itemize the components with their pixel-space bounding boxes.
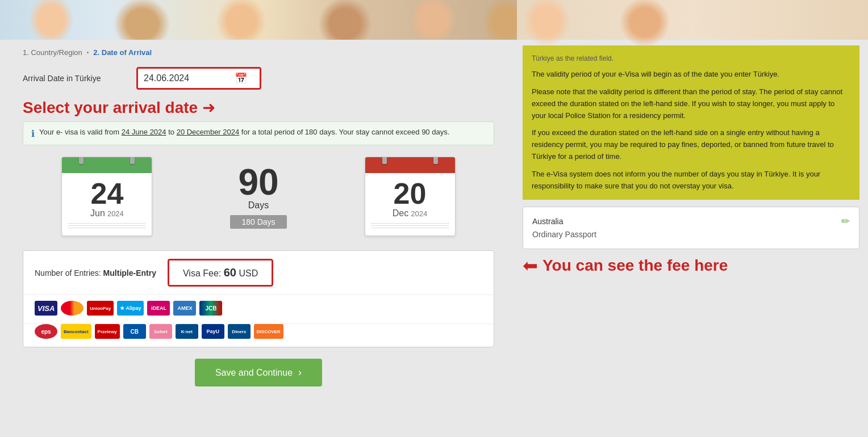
unionpay-icon: UnionPay [87,301,114,316]
end-cal-lines [371,223,449,228]
breadcrumb: 1. Country/Region • 2. Date of Arrival [23,45,494,57]
calendars-row: 24 Jun 2024 90 D [23,157,494,236]
start-date: 24 June 2024 [122,128,166,136]
edit-icon[interactable]: ✏ [841,215,850,228]
payment-icons-row: VISA UnionPay ★ Alipay iDEAL AMEX JCB [23,295,494,323]
left-panel: 1. Country/Region • 2. Date of Arrival A… [0,40,517,398]
knet-icon: K·net [176,324,198,339]
start-year: 2024 [107,209,124,218]
save-continue-button[interactable]: Save and Continue › [195,359,322,386]
cb-icon: CB [123,324,146,339]
pin-right [130,157,135,164]
save-button-chevron: › [298,367,302,379]
entries-value: Multiple-Entry [103,268,156,278]
breadcrumb-dot: • [87,49,89,56]
end-year: 2024 [411,209,427,218]
info-text: Your e- visa is valid from 24 June 2024 … [39,128,449,136]
arrival-label: Arrival Date in Türkiye [23,74,125,83]
payu-icon: PayU [202,324,224,339]
fee-annotation-text: You can see the fee here [542,257,728,275]
validity-para: The validity period of your e-Visa will … [532,69,850,81]
country-section: Australia Ordinary Passport ✏ ⬅ You can … [523,207,859,276]
arrival-section: Arrival Date in Türkiye 📅 Select your ar… [23,67,494,117]
ideal-icon: iDEAL [147,301,170,316]
start-calendar: 24 Jun 2024 [61,157,152,236]
info-icon: ℹ [31,128,35,139]
arrival-date-input[interactable] [144,73,235,83]
country-info: Australia Ordinary Passport [532,215,596,241]
discover-icon: DISCOVER [254,324,283,339]
end-calendar: 20 Dec 2024 [365,157,456,236]
visa-icon: VISA [35,301,57,316]
end-calendar-header [365,157,455,173]
eps-icon: eps [35,324,57,339]
breadcrumb-step2: 2. Date of Arrival [93,48,152,57]
calendar-icon[interactable]: 📅 [235,72,247,85]
intro-text: Türkiye as the related field. [532,53,850,64]
start-month: Jun [90,208,105,218]
start-month-year: Jun 2024 [68,208,146,218]
jcb-icon: JCB [199,301,222,316]
sofort-icon: Sofort [149,324,172,339]
start-day: 24 [68,179,146,208]
mastercard-icon [61,301,84,316]
date-input-wrapper[interactable]: 📅 [136,67,261,90]
pin-left [79,157,84,164]
bancontact-icon: Bancontact [61,324,91,339]
amex-icon: AMEX [173,301,196,316]
arrival-row: Arrival Date in Türkiye 📅 [23,67,494,90]
right-panel: Türkiye as the related field. The validi… [517,40,868,398]
entries-text: Number of Entries: Multiple-Entry [35,268,156,278]
fee-box: Visa Fee: 60 USD [168,259,273,287]
fee-row: Number of Entries: Multiple-Entry Visa F… [23,251,494,295]
alipay-icon: ★ Alipay [117,301,144,316]
fee-annotation-row: ⬅ You can see the fee here [523,255,859,276]
fee-amount: 60 [224,266,236,279]
end-day: 20 [371,179,449,208]
start-calendar-header [62,157,152,173]
top-banner [0,0,517,40]
start-calendar-body: 24 Jun 2024 [62,173,152,236]
fee-annotation-arrow: ⬅ [523,255,538,276]
info-box: ℹ Your e- visa is valid from 24 June 202… [23,121,494,145]
arrival-annotation-arrow: ➜ [202,98,215,117]
end-pin-right [433,157,438,164]
breadcrumb-step1: 1. Country/Region [23,48,82,57]
przelewy-icon: Przelewy [95,324,120,339]
arrival-annotation: Select your arrival date ➜ [23,98,494,117]
end-pin-left [382,157,387,164]
fee-section: Number of Entries: Multiple-Entry Visa F… [23,250,494,347]
payment-icons-row-2: eps Bancontact Przelewy CB Sofort K·net … [23,323,494,347]
right-top-banner [517,0,868,40]
end-month: Dec [393,208,408,218]
cal-lines [68,223,146,228]
country-name: Australia [532,215,596,228]
right-info-panel: Türkiye as the related field. The validi… [523,45,859,200]
end-calendar-body: 20 Dec 2024 [365,173,455,236]
arrival-annotation-text: Select your arrival date [23,99,198,117]
responsibility-para: The e-Visa system does not inform you th… [532,169,850,192]
days-number: 90 [230,164,286,200]
save-button-label: Save and Continue [215,368,293,378]
passport-type: Ordinary Passport [532,228,596,241]
days-middle: 90 Days 180 Days [230,164,286,229]
diners-icon: Diners [228,324,251,339]
period-para: Please note that the validity period is … [532,86,850,121]
country-card: Australia Ordinary Passport ✏ [523,207,859,249]
end-date: 20 December 2024 [177,128,240,136]
days-180-badge: 180 Days [230,215,286,229]
save-btn-row: Save and Continue › [23,359,494,386]
exceed-para: If you exceed the duration stated on the… [532,127,850,162]
